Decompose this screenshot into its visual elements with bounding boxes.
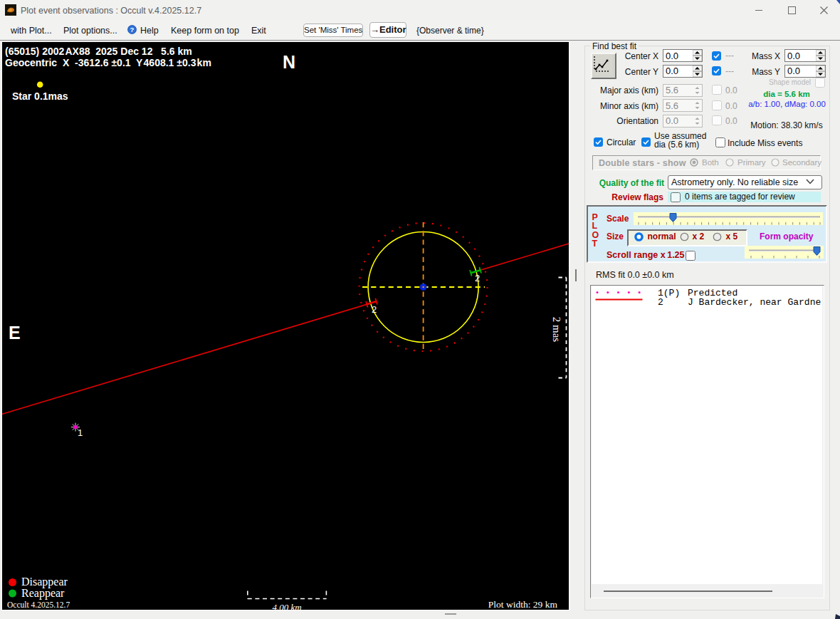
svg-text:?: ? xyxy=(130,26,135,33)
